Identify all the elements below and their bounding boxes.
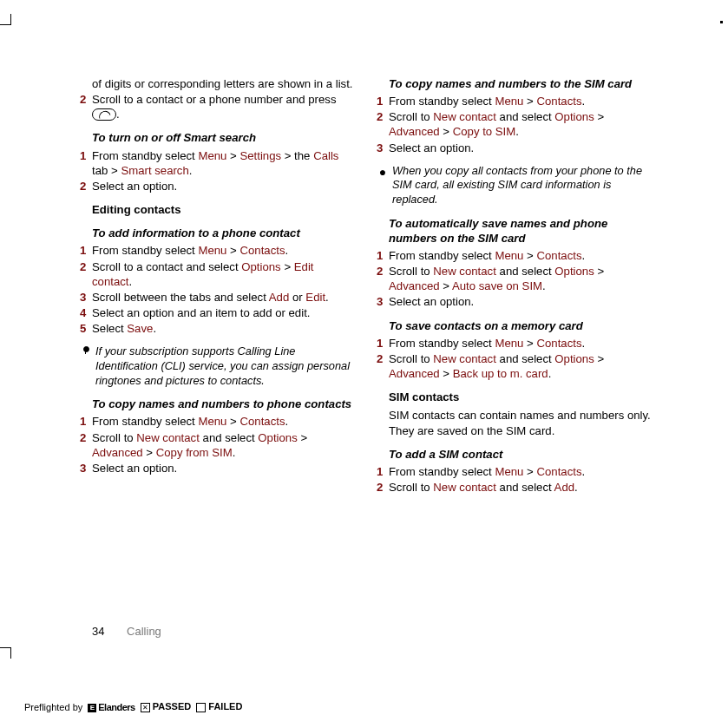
ui-term: Options	[258, 431, 297, 444]
text-frag: Scroll to	[92, 431, 136, 444]
step-number: 1	[80, 414, 92, 429]
text-frag: Select	[92, 322, 127, 335]
text-frag: Scroll to	[389, 265, 433, 278]
crop-mark-top-left	[0, 14, 11, 25]
step-row: 2 Scroll to New contact and select Add.	[377, 480, 653, 495]
ui-term: Menu	[198, 149, 226, 162]
step-row: 1 From standby select Menu > Contacts.	[377, 94, 653, 108]
ui-term: Menu	[495, 249, 523, 262]
step-number: 2	[377, 480, 389, 495]
call-key-icon	[92, 108, 116, 121]
step-text: Scroll to a contact and select Options >…	[92, 259, 356, 289]
ui-term: Advanced	[389, 279, 440, 292]
step-row: 3 Select an option.	[377, 294, 653, 309]
page-number: 34	[92, 625, 104, 638]
ui-term: Menu	[495, 95, 523, 108]
text-frag: .	[581, 337, 585, 350]
ui-term: Smart search	[121, 164, 188, 177]
ui-term: New contact	[433, 352, 496, 365]
step-number: 1	[377, 94, 389, 108]
warning-icon: ●	[377, 164, 389, 207]
text-frag: From standby select	[389, 337, 495, 350]
ui-term: Contacts	[239, 244, 285, 257]
step-row: 1 From standby select Menu > Contacts.	[377, 336, 653, 351]
text-frag: >	[523, 465, 536, 478]
text-frag: or	[289, 291, 305, 304]
step-row: 2 Scroll to a contact and select Options…	[80, 259, 356, 289]
step-number: 3	[80, 290, 92, 305]
step-row: 1 From standby select Menu > Contacts.	[377, 464, 653, 479]
heading-sim-contacts: SIM contacts	[389, 390, 653, 404]
step-number: 2	[377, 109, 389, 139]
step-text: Scroll to New contact and select Add.	[389, 480, 653, 495]
subheading-add-info: To add information to a phone contact	[92, 226, 356, 240]
step-number: 3	[377, 141, 389, 155]
text-frag: .	[548, 367, 552, 380]
ui-term: Advanced	[92, 446, 143, 459]
ui-term: Options	[241, 260, 280, 273]
ui-term: Edit	[305, 291, 325, 304]
step-row: 2 Scroll to New contact and select Optio…	[80, 430, 356, 460]
preflight-bar: Preflighted by EElanders ✕ PASSED FAILED	[24, 701, 242, 712]
text-frag: and select	[496, 110, 554, 123]
ui-term: New contact	[136, 431, 200, 444]
right-column: To copy names and numbers to the SIM car…	[377, 76, 653, 495]
text-frag: .	[581, 249, 585, 262]
ui-term: New contact	[433, 265, 496, 278]
subheading-add-sim-contact: To add a SIM contact	[389, 447, 653, 462]
text-frag: >	[226, 244, 239, 257]
text-frag: >	[440, 125, 453, 138]
text-frag: >	[298, 431, 307, 444]
step-row: 2 Scroll to New contact and select Optio…	[377, 109, 653, 139]
elanders-logo: EElanders	[88, 702, 134, 712]
step-number: 3	[80, 461, 92, 475]
ui-term: Add	[554, 481, 574, 494]
text-frag: >	[226, 415, 239, 428]
text-frag: >	[594, 352, 604, 365]
warning-text: When you copy all contacts from your pho…	[392, 164, 653, 207]
text-frag: .	[581, 465, 585, 478]
sim-contacts-body: SIM contacts can contain names and numbe…	[389, 408, 653, 437]
text-frag: >	[523, 95, 536, 108]
text-frag: Scroll to	[389, 352, 433, 365]
step-text: Select Save.	[92, 321, 356, 336]
step-text: From standby select Menu > Contacts.	[92, 243, 356, 258]
ui-term: New contact	[433, 481, 496, 494]
text-frag: Scroll to a contact or a phone number an…	[92, 93, 337, 106]
subheading-auto-save: To automatically save names and phone nu…	[389, 216, 653, 246]
step-text: Scroll between the tabs and select Add o…	[92, 290, 356, 305]
step-number: 2	[80, 430, 92, 460]
warning-note: ● When you copy all contacts from your p…	[377, 164, 653, 207]
preflight-label: Preflighted by	[24, 702, 82, 712]
failed-label: FAILED	[208, 701, 242, 712]
step-row: 3 Scroll between the tabs and select Add…	[80, 290, 356, 305]
ui-term: Options	[554, 265, 594, 278]
step-text: From standby select Menu > Contacts.	[389, 94, 653, 108]
text-frag: Scroll to	[389, 110, 433, 123]
step-text: From standby select Menu > Contacts.	[389, 464, 653, 479]
text-frag: and select	[200, 431, 258, 444]
ui-term: Copy from SIM	[156, 446, 233, 459]
text-frag: From standby select	[92, 149, 198, 162]
step-text: Scroll to New contact and select Options…	[389, 109, 653, 139]
passed-indicator: ✕ PASSED	[141, 701, 191, 712]
step-row: 4 Select an option and an item to add or…	[80, 305, 356, 320]
step-text: Select an option and an item to add or e…	[92, 305, 356, 320]
ui-term: Calls	[313, 149, 338, 162]
step-number: 2	[80, 259, 92, 289]
step-row: 2 Scroll to a contact or a phone number …	[80, 92, 356, 121]
text-frag: .	[574, 481, 578, 494]
step-text: Select an option.	[92, 461, 356, 475]
text-frag: >	[594, 265, 604, 278]
text-frag: .	[581, 95, 585, 108]
section-name: Calling	[127, 625, 161, 638]
ui-term: Menu	[495, 465, 523, 478]
ui-term: Contacts	[536, 337, 581, 350]
failed-indicator: FAILED	[196, 701, 242, 712]
checkbox-empty-icon	[196, 703, 206, 712]
tip-text: If your subscription supports Calling Li…	[95, 344, 356, 388]
left-column: of digits or corresponding letters are s…	[80, 76, 356, 495]
text-frag: .	[116, 108, 120, 121]
step-text: From standby select Menu > Contacts.	[389, 248, 653, 263]
ui-term: Back up to m. card	[453, 367, 548, 380]
